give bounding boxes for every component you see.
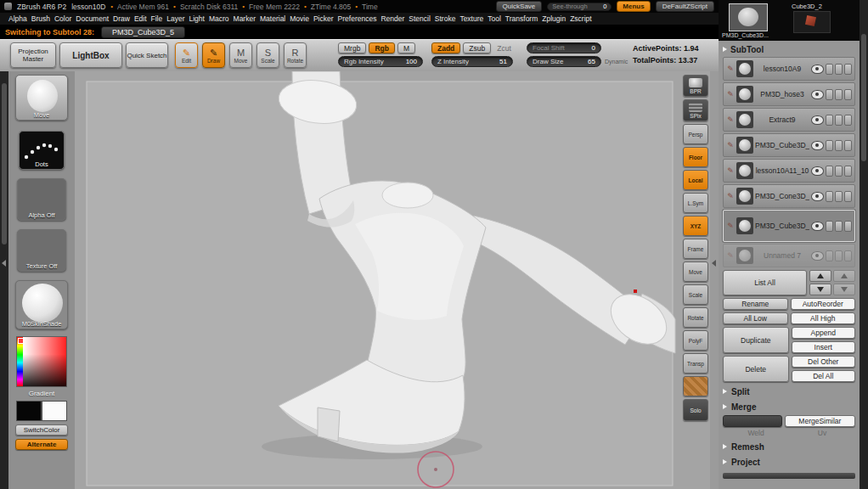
default-zscript-button[interactable]: DeFaultZScript [656, 1, 714, 12]
shelf-rotate-button[interactable]: Rotate [683, 307, 708, 328]
insert-button[interactable]: Insert [792, 341, 856, 353]
menu-document[interactable]: Document [76, 14, 109, 23]
visibility-eye-icon[interactable] [811, 222, 824, 231]
rgb-intensity-slider[interactable]: Rgb Intensity 100 [338, 56, 423, 67]
material-selector[interactable]: M0SkinShade [15, 280, 68, 329]
all-high-button[interactable]: All High [791, 312, 856, 324]
subtool-toggle-icon[interactable] [844, 64, 852, 75]
shelf-local-button[interactable]: Local [683, 170, 708, 190]
visibility-eye-icon[interactable] [811, 166, 824, 176]
section-merge[interactable]: Merge [723, 401, 855, 413]
left-scrollbar[interactable] [0, 71, 8, 489]
zsub-button[interactable]: Zsub [463, 42, 491, 53]
menu-brush[interactable]: Brush [31, 14, 50, 23]
visibility-eye-icon[interactable] [811, 65, 824, 74]
menu-marker[interactable]: Marker [234, 14, 256, 23]
subtool-down-button[interactable] [809, 284, 831, 295]
menus-button[interactable]: Menus [617, 1, 650, 12]
visibility-eye-icon[interactable] [811, 141, 824, 150]
mrgb-button[interactable]: Mrgb [338, 42, 366, 53]
divider-arrow-icon[interactable] [712, 260, 716, 267]
subtool-toggle-icon[interactable] [835, 89, 843, 100]
shelf-move-button[interactable]: Move [683, 261, 708, 282]
left-panel-arrow-icon[interactable] [2, 260, 6, 267]
see-through-slider[interactable]: See-through 0 [547, 3, 612, 11]
subtool-toggle-icon[interactable] [844, 221, 852, 232]
subtool-toggle-icon[interactable] [844, 166, 852, 177]
subtool-toggle-icon[interactable] [844, 89, 852, 100]
subtool-toggle-icon[interactable] [826, 89, 833, 100]
shelf-frame-button[interactable]: Frame [683, 239, 708, 259]
lightbox-button[interactable]: LightBox [59, 42, 122, 68]
subtool-row[interactable]: ✎PM3D_Cube3D_5 [723, 210, 855, 242]
zcut-button[interactable]: Zcut [493, 42, 515, 53]
shelf-spix-button[interactable]: SPix [683, 99, 708, 121]
subtool-toggle-icon[interactable] [844, 140, 852, 151]
list-all-button[interactable]: List All [723, 270, 807, 295]
menu-file[interactable]: File [151, 14, 163, 23]
gradient-label[interactable]: Gradient [29, 390, 55, 397]
visibility-eye-icon[interactable] [811, 90, 824, 99]
subtool-toggle-icon[interactable] [835, 191, 843, 202]
z-intensity-slider[interactable]: Z Intensity 51 [431, 56, 513, 67]
zadd-button[interactable]: Zadd [431, 42, 460, 53]
subtool-row[interactable]: ✎PM3D_Cone3D_13 [723, 184, 855, 208]
subtool-row[interactable]: ✎PM3D_Cube3D_4 [723, 133, 855, 157]
subtool-toggle-icon[interactable] [835, 250, 843, 261]
shelf-scale-button[interactable]: Scale [683, 284, 708, 305]
menu-stencil[interactable]: Stencil [409, 14, 431, 23]
switch-color-button[interactable]: SwitchColor [15, 424, 68, 436]
menu-layer[interactable]: Layer [166, 14, 184, 23]
menu-render[interactable]: Render [380, 14, 404, 23]
right-scrollbar-handle[interactable] [861, 34, 866, 161]
shelf-solo-button[interactable]: Solo [683, 399, 708, 421]
subtool-down-alt-button[interactable] [833, 284, 855, 295]
shelf-persp-button[interactable]: Persp [683, 124, 708, 144]
secondary-color-swatch[interactable] [42, 401, 67, 421]
viewport-canvas[interactable] [75, 71, 679, 489]
autoreorder-button[interactable]: AutoReorder [791, 298, 856, 310]
main-color-swatch[interactable] [16, 401, 42, 421]
menu-zplugin[interactable]: Zplugin [542, 14, 566, 23]
menu-alpha[interactable]: Alpha [8, 14, 27, 23]
subtool-toggle-icon[interactable] [835, 166, 843, 177]
stroke-selector[interactable]: Dots [19, 131, 65, 170]
visibility-eye-icon[interactable] [811, 192, 824, 201]
shelf-polyf-button[interactable]: PolyF [683, 330, 708, 351]
subtool-up-button[interactable] [809, 270, 831, 282]
right-scrollbar[interactable] [860, 0, 868, 489]
projection-master-button[interactable]: Projection Master [10, 42, 56, 68]
brush-selector[interactable]: Move [15, 75, 68, 121]
active-tool-thumbnail[interactable] [729, 3, 768, 31]
subtool-row[interactable]: ✎PM3D_hose3 [723, 82, 855, 106]
menu-tool[interactable]: Tool [488, 14, 501, 23]
append-button[interactable]: Append [792, 327, 856, 339]
mode-button-edit[interactable]: ✎Edit [175, 42, 198, 68]
menu-light[interactable]: Light [189, 14, 205, 23]
menu-stroke[interactable]: Stroke [435, 14, 456, 23]
rgb-button[interactable]: Rgb [369, 42, 395, 53]
saturation-value-field[interactable] [23, 337, 66, 386]
subtool-toggle-icon[interactable] [844, 191, 852, 202]
visibility-eye-icon[interactable] [811, 115, 824, 125]
mode-button-move[interactable]: MMove [229, 42, 252, 68]
del-other-button[interactable]: Del Other [792, 356, 856, 368]
shelf-bpr-button[interactable]: BPR [683, 75, 708, 97]
subtool-toggle-icon[interactable] [835, 221, 843, 232]
subtool-up-alt-button[interactable] [833, 270, 855, 282]
visibility-eye-icon[interactable] [811, 251, 824, 261]
subtool-toggle-icon[interactable] [826, 250, 833, 261]
menu-color[interactable]: Color [54, 14, 71, 23]
subtool-toggle-icon[interactable] [844, 115, 852, 126]
menu-movie[interactable]: Movie [290, 14, 309, 23]
shelf-lsym-button[interactable]: L.Sym [683, 193, 708, 213]
shelf-xyz-button[interactable]: XYZ [683, 216, 708, 236]
focal-shift-slider[interactable]: Focal Shift 0 [527, 42, 601, 53]
menu-macro[interactable]: Macro [209, 14, 229, 23]
left-scrollbar-handle[interactable] [2, 83, 7, 244]
duplicate-button[interactable]: Duplicate [723, 327, 789, 353]
subtool-toggle-icon[interactable] [844, 250, 852, 261]
weld-button[interactable]: Weld [723, 429, 789, 437]
merge-similar-button[interactable]: MergeSimilar [785, 415, 855, 427]
subtool-toggle-icon[interactable] [826, 166, 833, 177]
